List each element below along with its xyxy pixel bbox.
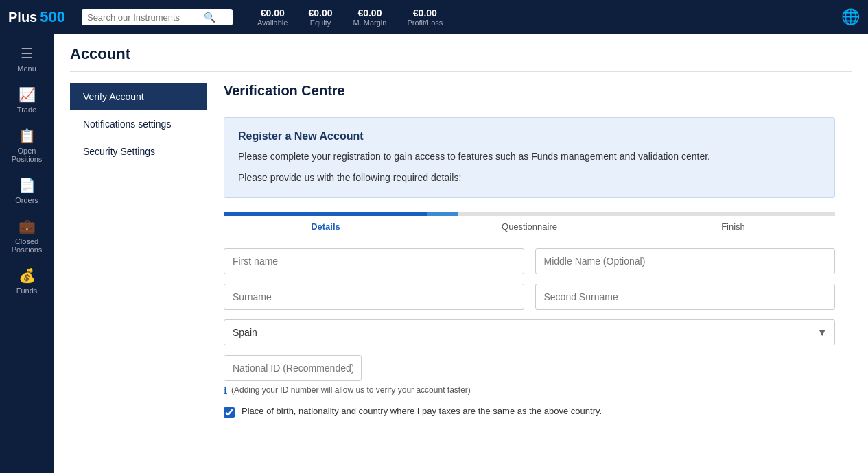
search-input[interactable] — [87, 12, 204, 23]
country-select[interactable]: Spain Germany France Italy United Kingdo… — [224, 319, 835, 345]
info-box-heading: Register a New Account — [238, 130, 821, 143]
surname-input[interactable] — [224, 284, 524, 310]
closed-positions-icon: 💼 — [19, 218, 36, 234]
second-surname-input[interactable] — [535, 284, 836, 310]
account-menu-verify[interactable]: Verify Account — [70, 83, 207, 110]
progress-segment-details — [224, 212, 427, 216]
search-box: 🔍 — [82, 9, 233, 25]
progress-label-details: Details — [224, 221, 427, 232]
form-row-surnames — [224, 284, 835, 310]
content-area: Account Verify Account Notifications set… — [54, 34, 868, 473]
account-menu-notifications[interactable]: Notifications settings — [70, 110, 207, 138]
top-nav: Plus500 🔍 €0.00 Available €0.00 Equity €… — [0, 0, 868, 34]
logo: Plus500 — [8, 8, 65, 26]
section-title: Verification Centre — [224, 83, 835, 106]
id-hint: ℹ (Adding your ID number will allow us t… — [224, 385, 835, 396]
sidebar-item-funds[interactable]: 💰 Funds — [0, 262, 54, 300]
progress-bar — [224, 212, 835, 216]
middle-name-input[interactable] — [535, 248, 836, 274]
page-title: Account — [70, 45, 852, 72]
funds-icon: 💰 — [19, 267, 36, 284]
trade-icon: 📈 — [19, 86, 36, 103]
id-hint-text: (Adding your ID number will allow us to … — [231, 385, 471, 395]
first-name-input[interactable] — [224, 248, 524, 274]
sidebar-item-menu[interactable]: ☰ Menu — [0, 40, 54, 78]
info-box: Register a New Account Please complete y… — [224, 117, 835, 198]
open-positions-icon: 📋 — [19, 128, 36, 144]
stat-profit-loss: €0.00 Profit/Loss — [407, 8, 443, 27]
country-select-wrapper: Spain Germany France Italy United Kingdo… — [224, 319, 835, 345]
account-sidebar: Verify Account Notifications settings Se… — [70, 83, 207, 446]
form-row-names — [224, 248, 835, 274]
logo-text: Plus — [8, 10, 37, 25]
progress-labels: Details Questionnaire Finish — [224, 221, 835, 232]
sidebar: ☰ Menu 📈 Trade 📋 Open Positions 📄 Orders… — [0, 34, 54, 473]
menu-icon: ☰ — [21, 45, 33, 62]
sidebar-item-orders[interactable]: 📄 Orders — [0, 171, 54, 210]
same-country-label: Place of birth, nationality and country … — [242, 406, 602, 416]
sidebar-item-open-positions[interactable]: 📋 Open Positions — [0, 122, 54, 169]
checkbox-row: Place of birth, nationality and country … — [224, 406, 835, 418]
search-icon[interactable]: 🔍 — [204, 12, 215, 23]
progress-label-questionnaire: Questionnaire — [427, 221, 631, 232]
national-id-input[interactable] — [224, 355, 362, 381]
inner-layout: Verify Account Notifications settings Se… — [70, 83, 852, 446]
sidebar-item-closed-positions[interactable]: 💼 Closed Positions — [0, 213, 54, 259]
stat-margin: €0.00 M. Margin — [353, 8, 386, 27]
progress-container: Details Questionnaire Finish — [224, 212, 835, 232]
progress-segment-finish — [458, 212, 835, 216]
main-panel: Verification Centre Register a New Accou… — [207, 83, 852, 446]
national-id-row — [224, 355, 457, 381]
same-country-checkbox[interactable] — [224, 407, 235, 418]
account-menu-security[interactable]: Security Settings — [70, 138, 207, 165]
orders-icon: 📄 — [19, 177, 36, 193]
info-icon: ℹ — [224, 385, 227, 396]
nav-stats: €0.00 Available €0.00 Equity €0.00 M. Ma… — [257, 8, 443, 27]
sidebar-item-trade[interactable]: 📈 Trade — [0, 81, 54, 119]
stat-equity: €0.00 Equity — [308, 8, 332, 27]
info-box-para1: Please complete your registration to gai… — [238, 149, 821, 164]
progress-label-finish: Finish — [631, 221, 835, 232]
globe-icon[interactable]: 🌐 — [841, 8, 860, 26]
info-box-para2: Please provide us with the following req… — [238, 171, 821, 185]
stat-available: €0.00 Available — [257, 8, 288, 27]
progress-segment-questionnaire — [427, 212, 458, 216]
